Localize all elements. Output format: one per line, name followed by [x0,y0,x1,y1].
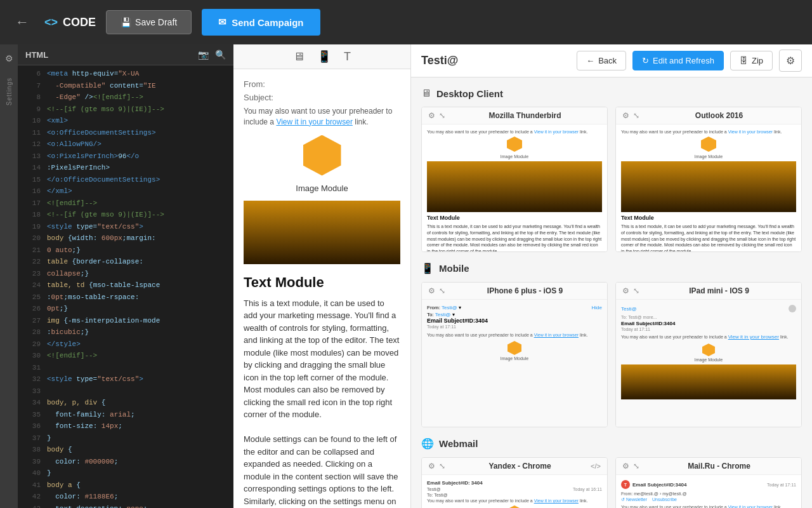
code-line: 260pt;} [18,303,233,315]
thunderbird-name: Mozilla Thunderbird [449,111,601,120]
ipad-settings-icon[interactable]: ⚙ [622,286,629,295]
refresh-icon: ↻ [642,56,649,65]
settings-button[interactable]: ⚙ [779,50,802,72]
zip-button[interactable]: 🗄 Zip [730,51,773,70]
webmail-section-header: 🌐 Webmail [421,438,802,450]
iphone-expand-icon[interactable]: ⤡ [439,286,445,295]
search-icon[interactable]: 🔍 [215,50,226,60]
thunderbird-landscape [427,161,602,212]
yandex-name: Yandex - Chrome [449,462,591,471]
code-line: 13<o:PixelsPerInch>96</o [18,150,233,163]
code-line: 14:PixelsPerInch> [18,162,233,174]
outlook-card-header: ⚙ ⤡ Outlook 2016 [616,107,801,124]
mailru-subject: Email Subject#ID:3404 [632,482,686,488]
mobile-section-icon: 📱 [421,262,434,274]
outlook-preview-inner: You may also want to use your preheader … [616,124,801,251]
desktop-clients-grid: ⚙ ⤡ Mozilla Thunderbird You may also wan… [421,107,802,252]
mobile-view-icon[interactable]: 📱 [317,50,331,64]
left-sidebar: ⚙ Settings [0,44,18,508]
zip-icon: 🗄 [740,56,748,65]
code-line: 20body {width: 600px;margin: [18,232,233,244]
outlook-preview: You may also want to use your preheader … [616,124,801,251]
outlook-landscape [621,161,796,212]
code-line: 15</o:OfficeDocumentSettings> [18,174,233,186]
code-content[interactable]: 6<meta http-equiv="X-UA 7 -Compatible" c… [18,65,233,508]
code-line: 7 -Compatible" content="IE [18,80,233,92]
clients-content: 🖥 Desktop Client ⚙ ⤡ Mozilla Thunderbird [411,77,812,508]
back-button[interactable]: ← [10,9,34,36]
code-line: 37} [18,432,233,444]
code-line: 35 font-family: arial; [18,409,233,421]
code-line: 28:bicubic;} [18,326,233,338]
code-label: <> CODE [44,16,96,29]
main-layout: ⚙ Settings HTML 📷 🔍 6<meta http-equiv="X… [0,44,812,508]
yandex-code-icon[interactable]: </> [591,462,601,470]
main-toolbar: ← <> CODE 💾 Save Draft ✉ Send Campaign [0,0,812,44]
send-icon: ✉ [218,17,226,28]
image-icon[interactable]: 📷 [198,50,209,60]
yandex-from-row: Testi@ Today at 16:11 [427,487,602,491]
code-line: 40} [18,467,233,479]
yandex-expand-icon[interactable]: ⤡ [439,462,445,471]
outlook-expand-icon[interactable]: ⤡ [633,111,639,120]
iphone-img-module: Image Module [427,356,602,361]
thunderbird-card: ⚙ ⤡ Mozilla Thunderbird You may also wan… [421,107,608,252]
from-label: From: [244,79,265,89]
thunderbird-expand-icon[interactable]: ⤡ [439,111,445,120]
yandex-card-header: ⚙ ⤡ Yandex - Chrome </> [422,458,607,475]
iphone-date: Today at 17:11 [427,324,602,329]
ipad-date: Today at 17:11 [621,327,796,331]
code-line: 34body, p, div { [18,397,233,409]
ipad-actions: ⚙ ⤡ [622,286,639,295]
iphone-card: ⚙ ⤡ IPhone 6 plus - iOS 9 From: Testi@ ▾… [421,282,608,427]
text-view-icon[interactable]: T [344,50,351,64]
thunderbird-settings-icon[interactable]: ⚙ [428,111,435,120]
outlook-text: This is a text module, it can be used to… [621,224,796,251]
mailru-settings-icon[interactable]: ⚙ [622,462,629,471]
code-line: 38body { [18,444,233,456]
html-tab[interactable]: HTML [25,50,48,60]
mailru-header-row: T Email Subject#ID:3404 Today at 17:11 [621,480,796,489]
code-line: 18<!--[if (gte mso 9)|(IE)]--> [18,209,233,221]
desktop-view-icon[interactable]: 🖥 [293,50,304,64]
preheader-link[interactable]: View it in your browser [276,117,353,126]
save-draft-button[interactable]: 💾 Save Draft [106,10,192,34]
preheader-text: You may also want to use your preheader … [244,106,400,128]
mailru-card: ⚙ ⤡ Mail.Ru - Chrome T Email Subject#ID:… [615,457,802,508]
iphone-actions: ⚙ ⤡ [428,286,445,295]
code-line: 8 -Edge" /><![endif]--> [18,91,233,104]
mailru-card-header: ⚙ ⤡ Mail.Ru - Chrome [616,458,801,475]
yandex-settings-icon[interactable]: ⚙ [428,462,435,471]
mailru-preview: T Email Subject#ID:3404 Today at 17:11 F… [616,475,801,508]
code-line: 210 auto;} [18,244,233,257]
code-line: 16</xml> [18,185,233,197]
mailru-expand-icon[interactable]: ⤡ [633,462,639,471]
edit-refresh-button[interactable]: ↻ Edit and Refresh [632,51,724,70]
clients-back-button[interactable]: ← Back [577,51,626,70]
desktop-section-title: Desktop Client [436,88,503,99]
iphone-hex [508,341,521,355]
thunderbird-preview: You may also want to use your preheader … [422,124,607,251]
outlook-settings-icon[interactable]: ⚙ [622,111,629,120]
ipad-preheader: You may also want to use your preheader … [621,334,796,340]
code-line: 33 [18,385,233,398]
code-editor-toolbar: HTML 📷 🔍 [18,44,233,65]
iphone-subject: Email Subject#ID:3404 [427,318,602,324]
outlook-card: ⚙ ⤡ Outlook 2016 You may also want to us… [615,107,802,252]
thunderbird-preview-inner: You may also want to use your preheader … [422,124,607,251]
send-campaign-button[interactable]: ✉ Send Campaign [202,9,320,36]
yandex-preheader: You may also want to use your preheader … [427,498,602,503]
thunderbird-heading: Text Module [427,215,602,221]
settings-icon[interactable]: ⚙ [3,51,16,66]
image-module-label: Image Module [244,184,400,193]
ipad-name: IPad mini - IOS 9 [643,286,795,295]
from-field: From: [244,79,400,89]
clients-header: Testi@ ← Back ↻ Edit and Refresh 🗄 Zip ⚙ [411,44,812,77]
mailru-preheader: You may also want to use your preheader … [621,505,796,508]
clients-panel: Testi@ ← Back ↻ Edit and Refresh 🗄 Zip ⚙… [411,44,812,508]
ipad-expand-icon[interactable]: ⤡ [633,286,639,295]
iphone-settings-icon[interactable]: ⚙ [428,286,435,295]
code-brackets-icon: <> [44,16,58,29]
outlook-heading: Text Module [621,215,796,221]
mailru-avatar: T [621,480,630,489]
